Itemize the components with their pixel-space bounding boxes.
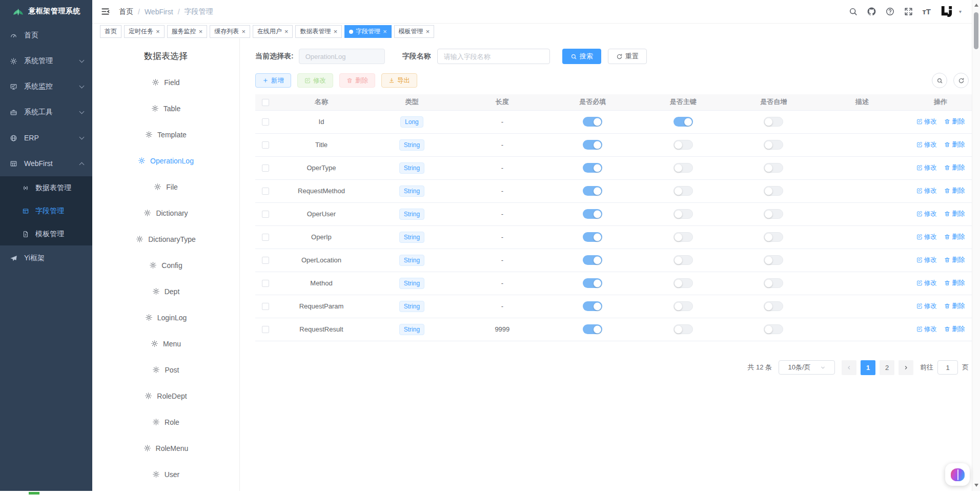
auto-increment-toggle[interactable] — [764, 140, 783, 150]
row-delete-link[interactable]: 删除 — [944, 187, 965, 195]
tab[interactable]: 缓存列表 × — [210, 25, 250, 38]
tree-item[interactable]: Table — [92, 95, 239, 121]
app-logo[interactable]: 意框架管理系统 — [0, 0, 92, 23]
tree-item[interactable]: RoleMenu — [92, 435, 239, 461]
primary-key-toggle[interactable] — [673, 324, 693, 334]
row-delete-link[interactable]: 删除 — [944, 210, 965, 218]
row-checkbox[interactable] — [262, 326, 269, 333]
sidebar-item-system-manage[interactable]: 系统管理 — [0, 48, 92, 74]
auto-increment-toggle[interactable] — [764, 163, 783, 173]
required-toggle[interactable] — [583, 232, 602, 242]
sidebar-item-home[interactable]: 首页 — [0, 23, 92, 48]
auto-increment-toggle[interactable] — [764, 186, 783, 196]
primary-key-toggle[interactable] — [673, 255, 693, 265]
row-delete-link[interactable]: 删除 — [944, 325, 965, 334]
row-delete-link[interactable]: 删除 — [944, 279, 965, 287]
tab[interactable]: 字段管理 × — [344, 25, 392, 38]
row-edit-link[interactable]: 修改 — [916, 256, 937, 264]
row-delete-link[interactable]: 删除 — [944, 256, 965, 264]
sidebar-item-system-tools[interactable]: 系统工具 — [0, 99, 92, 125]
tree-item[interactable]: User — [92, 461, 239, 487]
row-edit-link[interactable]: 修改 — [916, 233, 937, 241]
required-toggle[interactable] — [583, 301, 602, 311]
tab[interactable]: 模板管理 × — [394, 25, 435, 38]
sidebar-item-data-table-manage[interactable]: 数据表管理 — [0, 176, 92, 199]
required-toggle[interactable] — [583, 255, 602, 265]
close-icon[interactable]: × — [156, 28, 160, 35]
edit-button[interactable]: 修改 — [297, 73, 333, 88]
row-checkbox[interactable] — [262, 303, 269, 310]
caret-down-icon[interactable]: ▾ — [959, 9, 962, 14]
tree-item[interactable]: Dept — [92, 278, 239, 304]
tree-item[interactable]: Menu — [92, 331, 239, 357]
close-icon[interactable]: × — [284, 28, 289, 35]
row-checkbox[interactable] — [262, 141, 269, 149]
tab[interactable]: 定时任务 × — [124, 25, 165, 38]
assistant-extension-button[interactable] — [945, 463, 970, 486]
fullscreen-icon[interactable] — [904, 7, 913, 16]
required-toggle[interactable] — [583, 186, 602, 196]
sidebar-item-template-manage[interactable]: 模板管理 — [0, 222, 92, 245]
page-size-select[interactable]: 10条/页 — [779, 360, 835, 375]
row-checkbox[interactable] — [262, 211, 269, 218]
auto-increment-toggle[interactable] — [764, 301, 783, 311]
field-name-input[interactable] — [437, 49, 550, 64]
row-edit-link[interactable]: 修改 — [916, 325, 937, 334]
primary-key-toggle[interactable] — [673, 140, 693, 150]
menu-fold-icon[interactable] — [100, 7, 110, 16]
tree-item[interactable]: OperationLog — [92, 148, 239, 174]
vertical-scrollbar[interactable] — [972, 0, 980, 495]
tree-item[interactable]: Template — [92, 121, 239, 148]
tree-item[interactable]: DictionaryType — [92, 226, 239, 252]
primary-key-toggle[interactable] — [673, 232, 693, 242]
scroll-up-arrow[interactable] — [974, 4, 978, 7]
tree-item[interactable]: Field — [92, 69, 239, 95]
primary-key-toggle[interactable] — [673, 301, 693, 311]
row-edit-link[interactable]: 修改 — [916, 140, 937, 149]
fontsize-icon[interactable]: ᴛT — [922, 8, 931, 15]
tree-item[interactable]: Config — [92, 252, 239, 278]
auto-increment-toggle[interactable] — [764, 278, 783, 288]
close-icon[interactable]: × — [333, 28, 337, 35]
avatar[interactable] — [940, 5, 953, 18]
goto-page-input[interactable] — [937, 360, 958, 375]
row-checkbox[interactable] — [262, 118, 269, 126]
search-icon[interactable] — [848, 7, 858, 16]
add-button[interactable]: 新增 — [255, 73, 291, 88]
delete-button[interactable]: 删除 — [339, 73, 375, 88]
primary-key-toggle[interactable] — [673, 278, 693, 288]
row-checkbox[interactable] — [262, 257, 269, 264]
close-icon[interactable]: × — [199, 28, 203, 35]
tab[interactable]: 服务监控 × — [167, 25, 208, 38]
page-button-1[interactable]: 1 — [861, 360, 875, 375]
auto-increment-toggle[interactable] — [764, 324, 783, 334]
row-delete-link[interactable]: 删除 — [944, 163, 965, 172]
tree-item[interactable]: LoginLog — [92, 304, 239, 331]
sidebar-item-erp[interactable]: ERP — [0, 125, 92, 151]
tab[interactable]: 在线用户 × — [253, 25, 293, 38]
row-delete-link[interactable]: 删除 — [944, 140, 965, 149]
required-toggle[interactable] — [583, 140, 602, 150]
search-button[interactable]: 搜索 — [562, 49, 601, 64]
page-button-2[interactable]: 2 — [880, 360, 894, 375]
breadcrumb-item[interactable]: WebFirst — [145, 8, 173, 16]
required-toggle[interactable] — [583, 209, 602, 219]
tab[interactable]: 数据表管理 × — [295, 25, 342, 38]
sidebar-item-yi-framework[interactable]: Yi框架 — [0, 245, 92, 271]
breadcrumb-item[interactable]: 首页 — [119, 7, 133, 16]
current-table-input[interactable] — [299, 49, 385, 64]
row-edit-link[interactable]: 修改 — [916, 210, 937, 218]
row-edit-link[interactable]: 修改 — [916, 117, 937, 126]
export-button[interactable]: 导出 — [381, 73, 417, 88]
sidebar-item-field-manage[interactable]: 字段管理 — [0, 199, 92, 222]
tree-item[interactable]: File — [92, 174, 239, 200]
row-edit-link[interactable]: 修改 — [916, 163, 937, 172]
close-icon[interactable]: × — [426, 28, 430, 35]
table-refresh-button[interactable] — [953, 73, 969, 88]
prev-page-button[interactable] — [842, 360, 856, 375]
required-toggle[interactable] — [583, 163, 602, 173]
row-checkbox[interactable] — [262, 188, 269, 195]
auto-increment-toggle[interactable] — [764, 209, 783, 219]
required-toggle[interactable] — [583, 278, 602, 288]
tree-item[interactable]: Dictionary — [92, 200, 239, 226]
